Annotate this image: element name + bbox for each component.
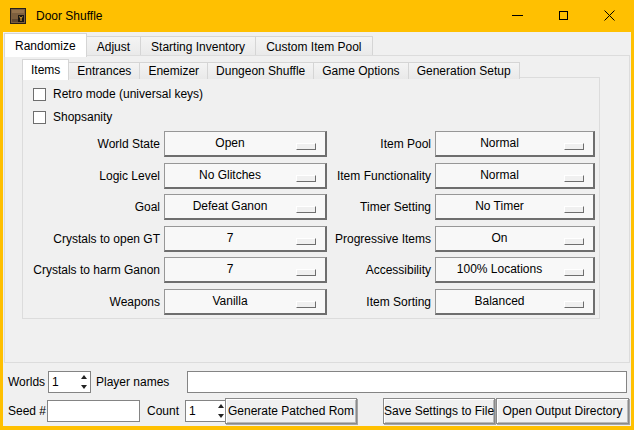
subtab-enemizer[interactable]: Enemizer <box>139 62 208 79</box>
item-pool-label: Item Pool <box>263 131 431 157</box>
item-functionality-label: Item Functionality <box>263 163 431 189</box>
save-settings-button[interactable]: Save Settings to File <box>383 398 495 424</box>
accessibility-dropdown[interactable]: 100% Locations <box>435 257 595 283</box>
timer-setting-dropdown[interactable]: No Timer <box>435 194 595 220</box>
down-arrow-icon <box>218 414 224 418</box>
timer-setting-label: Timer Setting <box>263 194 431 220</box>
close-icon <box>604 10 615 21</box>
dropdown-indicator <box>564 143 584 150</box>
minimize-button[interactable] <box>494 0 540 31</box>
item-pool-dropdown[interactable]: Normal <box>435 131 595 157</box>
dropdown-indicator <box>564 206 584 213</box>
generate-patched-rom-button[interactable]: Generate Patched Rom <box>225 398 357 424</box>
open-output-directory-button[interactable]: Open Output Directory <box>496 398 629 424</box>
subtab-generation-setup[interactable]: Generation Setup <box>408 62 520 79</box>
progressive-items-dropdown[interactable]: On <box>435 226 595 252</box>
items-tab-pane: Retro mode (universal keys) Shopsanity W… <box>22 77 600 319</box>
dropdown-indicator <box>564 238 584 245</box>
maximize-button[interactable] <box>540 0 586 31</box>
goal-label: Goal <box>23 194 160 220</box>
worlds-spinbox[interactable] <box>48 371 91 393</box>
accessibility-label: Accessibility <box>263 257 431 283</box>
app-icon <box>10 8 26 24</box>
crystals-open-gt-label: Crystals to open GT <box>23 226 160 252</box>
item-functionality-dropdown[interactable]: Normal <box>435 163 595 189</box>
tab-randomize[interactable]: Randomize <box>4 33 87 57</box>
shopsanity-row: Shopsanity <box>33 109 112 125</box>
subtab-entrances[interactable]: Entrances <box>68 62 140 79</box>
close-button[interactable] <box>586 0 632 31</box>
item-sorting-dropdown[interactable]: Balanced <box>435 289 595 315</box>
crystals-harm-ganon-label: Crystals to harm Ganon <box>23 257 160 283</box>
count-label: Count <box>147 400 179 422</box>
item-sorting-label: Item Sorting <box>263 289 431 315</box>
worlds-label: Worlds <box>8 371 45 393</box>
shopsanity-label: Shopsanity <box>53 109 112 125</box>
weapons-label: Weapons <box>23 289 160 315</box>
seed-input[interactable] <box>47 400 140 422</box>
retro-mode-row: Retro mode (universal keys) <box>33 86 203 102</box>
retro-mode-label: Retro mode (universal keys) <box>53 86 203 102</box>
retro-mode-checkbox[interactable] <box>33 88 46 101</box>
player-names-label: Player names <box>96 371 169 393</box>
world-state-label: World State <box>23 131 160 157</box>
logic-level-label: Logic Level <box>23 163 160 189</box>
seed-label: Seed # <box>8 400 46 422</box>
shopsanity-checkbox[interactable] <box>33 111 46 124</box>
up-arrow-icon <box>81 375 87 379</box>
app-window: Door Shuffle Randomize Adjust Starting I… <box>0 0 634 430</box>
worlds-spin-up[interactable] <box>77 372 90 382</box>
player-names-input[interactable] <box>187 371 627 393</box>
subtab-game-options[interactable]: Game Options <box>313 62 408 79</box>
window-title: Door Shuffle <box>36 0 103 32</box>
title-bar[interactable]: Door Shuffle <box>0 0 634 32</box>
main-tab-bar: Randomize Adjust Starting Inventory Cust… <box>4 32 372 56</box>
client-area: Randomize Adjust Starting Inventory Cust… <box>3 32 631 426</box>
count-spinbox[interactable] <box>185 400 228 422</box>
subtab-dungeon-shuffle[interactable]: Dungeon Shuffle <box>207 62 314 79</box>
progressive-items-label: Progressive Items <box>263 226 431 252</box>
up-arrow-icon <box>218 404 224 408</box>
maximize-icon <box>559 11 568 20</box>
count-input[interactable] <box>186 401 214 421</box>
dropdown-indicator <box>564 301 584 308</box>
dropdown-indicator <box>564 175 584 182</box>
tab-starting-inventory[interactable]: Starting Inventory <box>140 36 256 56</box>
subtab-items[interactable]: Items <box>22 59 69 80</box>
sub-tab-bar: Items Entrances Enemizer Dungeon Shuffle… <box>22 58 519 79</box>
worlds-spin-down[interactable] <box>77 382 90 392</box>
tab-custom-item-pool[interactable]: Custom Item Pool <box>255 36 372 56</box>
dropdown-indicator <box>564 269 584 276</box>
minimize-icon <box>512 15 523 16</box>
down-arrow-icon <box>81 385 87 389</box>
tab-adjust[interactable]: Adjust <box>86 36 141 56</box>
worlds-input[interactable] <box>49 372 77 392</box>
